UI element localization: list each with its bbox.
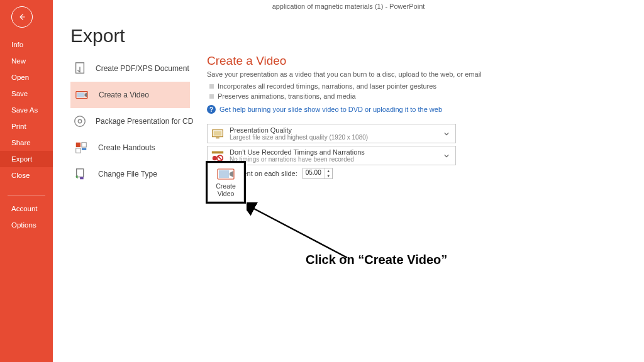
handouts-icon (73, 140, 89, 156)
nav-info[interactable]: Info (0, 36, 53, 53)
timings-desc: No timings or narrations have been recor… (230, 156, 436, 163)
nav-account[interactable]: Account (0, 200, 53, 217)
svg-line-16 (218, 156, 221, 160)
svg-rect-12 (216, 137, 219, 138)
page-title: Export (70, 25, 125, 47)
opt-label: Change File Type (98, 170, 157, 178)
bullet-icon (209, 84, 214, 89)
bullet-icon (209, 94, 214, 99)
spinner-up[interactable]: ▲ (325, 168, 332, 173)
nav-print[interactable]: Print (0, 118, 53, 134)
nav-save[interactable]: Save (0, 85, 53, 102)
main-panel: application of magnetic materials (1) - … (53, 0, 644, 362)
svg-rect-5 (76, 143, 80, 147)
window-title: application of magnetic materials (1) - … (272, 3, 425, 10)
help-icon: ? (207, 105, 216, 114)
help-link[interactable]: ? Get help burning your slide show video… (207, 105, 633, 114)
opt-label: Create Handouts (98, 143, 155, 152)
svg-point-3 (75, 116, 86, 127)
nav-separator (8, 195, 45, 195)
bullet-1: Incorporates all recorded timings, narra… (209, 81, 633, 91)
monitor-icon (211, 127, 225, 141)
annotation-highlight-box: Create Video (206, 161, 246, 204)
opt-label: Create PDF/XPS Document (96, 64, 189, 73)
svg-point-14 (213, 156, 217, 160)
chevron-down-icon (441, 131, 452, 136)
svg-rect-13 (212, 151, 223, 153)
svg-rect-8 (82, 148, 86, 150)
opt-create-handouts[interactable]: Create Handouts (70, 134, 190, 161)
create-video-button[interactable]: Create Video (208, 163, 244, 202)
quality-desc: Largest file size and highest quality (1… (230, 134, 436, 141)
help-text: Get help burning your slide show video t… (219, 106, 442, 113)
quality-dropdown[interactable]: Presentation Quality Largest file size a… (207, 124, 456, 143)
opt-label: Package Presentation for CD (96, 117, 193, 126)
seconds-spinner[interactable]: 05.00 ▲ ▼ (303, 168, 333, 179)
spinner-down[interactable]: ▼ (325, 173, 332, 178)
nav-new[interactable]: New (0, 53, 53, 69)
svg-rect-6 (82, 143, 86, 147)
svg-line-19 (252, 207, 347, 258)
svg-rect-7 (76, 148, 80, 153)
quality-title: Presentation Quality (230, 126, 436, 134)
svg-rect-2 (77, 92, 84, 97)
video-icon (74, 87, 90, 103)
nav-share[interactable]: Share (0, 134, 53, 151)
opt-create-video[interactable]: Create a Video (70, 82, 190, 108)
nav-export[interactable]: Export (0, 151, 53, 167)
nav-close[interactable]: Close (0, 167, 53, 184)
bullet-2: Preserves animations, transitions, and m… (209, 91, 633, 101)
opt-create-pdf-xps[interactable]: Create PDF/XPS Document (70, 55, 190, 82)
detail-subtitle: Save your presentation as a video that y… (207, 70, 633, 78)
nav-save-as[interactable]: Save As (0, 102, 53, 118)
opt-change-file-type[interactable]: Change File Type (70, 161, 190, 187)
annotation-text: Click on “Create Video” (306, 253, 447, 267)
create-video-label: Create Video (216, 182, 236, 197)
create-video-icon (217, 167, 235, 181)
detail-title: Create a Video (207, 54, 633, 68)
svg-point-4 (78, 119, 82, 123)
opt-package-cd[interactable]: Package Presentation for CD (70, 108, 190, 134)
timings-title: Don't Use Recorded Timings and Narration… (230, 148, 436, 156)
chevron-down-icon (441, 153, 452, 158)
detail-panel: Create a Video Save your presentation as… (207, 54, 633, 182)
pdf-xps-icon (73, 60, 87, 77)
opt-label: Create a Video (99, 90, 149, 99)
nav-options[interactable]: Options (0, 217, 53, 233)
nav-open[interactable]: Open (0, 69, 53, 85)
cd-icon (73, 113, 87, 129)
change-filetype-icon (73, 166, 89, 182)
backstage-sidebar: Info New Open Save Save As Print Share E… (0, 0, 53, 362)
export-options-list: Create PDF/XPS Document Create a Video P… (70, 55, 190, 187)
back-arrow-icon (18, 13, 26, 21)
back-button[interactable] (11, 6, 33, 28)
svg-rect-18 (219, 170, 229, 178)
svg-rect-11 (214, 131, 222, 135)
seconds-value: 05.00 (303, 168, 325, 178)
